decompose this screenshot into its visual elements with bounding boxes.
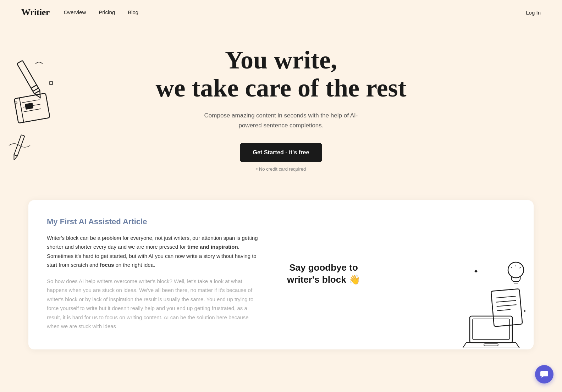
login-button[interactable]: Log In <box>526 10 541 16</box>
svg-line-19 <box>519 267 521 268</box>
article-para2: So how does AI help writers overcome wri… <box>47 277 260 331</box>
navbar: Writier Overview Pricing Blog Log In <box>0 0 562 25</box>
svg-point-12 <box>15 102 17 104</box>
nav-link-pricing[interactable]: Pricing <box>99 9 115 15</box>
svg-rect-9 <box>25 103 33 110</box>
svg-line-8 <box>24 109 41 112</box>
svg-rect-0 <box>17 60 39 91</box>
no-credit-card-label: • No credit card required <box>256 166 306 172</box>
content-section: My First AI Assisted Article Writer's bl… <box>0 200 562 371</box>
hero-title: You write, we take care of the rest <box>155 46 406 102</box>
nav-link-blog[interactable]: Blog <box>128 9 138 15</box>
svg-line-6 <box>22 100 39 103</box>
article-content: My First AI Assisted Article Writer's bl… <box>47 217 260 331</box>
svg-line-22 <box>496 300 516 302</box>
get-started-button[interactable]: Get Started - it's free <box>240 143 322 162</box>
svg-rect-25 <box>470 316 512 343</box>
sidebar-callout: Say goodbye to writer's block 👋 <box>274 217 373 331</box>
svg-line-5 <box>20 98 24 122</box>
article-para1: Writer's block can be a problem for ever… <box>47 233 260 270</box>
svg-rect-27 <box>484 344 498 346</box>
svg-rect-26 <box>473 319 509 339</box>
nav-item-overview[interactable]: Overview <box>64 9 86 16</box>
brand-logo[interactable]: Writier <box>21 7 50 18</box>
svg-rect-1 <box>31 85 40 94</box>
svg-point-14 <box>508 262 524 278</box>
nav-links: Overview Pricing Blog <box>64 9 138 16</box>
svg-line-23 <box>497 305 517 307</box>
svg-rect-30 <box>540 371 548 376</box>
svg-marker-11 <box>12 155 17 160</box>
content-card: My First AI Assisted Article Writer's bl… <box>28 200 534 349</box>
strikethrough-text: problem <box>102 235 121 241</box>
svg-line-21 <box>496 296 516 298</box>
bold-text-2: focus <box>100 262 114 268</box>
hero-section: You write, we take care of the rest Comp… <box>0 25 562 200</box>
article-title: My First AI Assisted Article <box>47 217 260 226</box>
nav-item-pricing[interactable]: Pricing <box>99 9 115 16</box>
callout-text: Say goodbye to writer's block 👋 <box>274 262 373 286</box>
deco-left-illustration <box>7 53 64 161</box>
svg-text:✦: ✦ <box>523 309 527 314</box>
svg-rect-20 <box>491 289 522 327</box>
svg-line-7 <box>23 104 40 107</box>
deco-right-illustration: ✦ ✦ <box>463 256 534 349</box>
svg-marker-2 <box>34 90 43 99</box>
nav-item-blog[interactable]: Blog <box>128 9 138 16</box>
svg-rect-4 <box>14 93 50 123</box>
svg-line-3 <box>31 85 37 88</box>
svg-line-18 <box>511 267 512 268</box>
nav-link-overview[interactable]: Overview <box>64 9 86 15</box>
svg-text:✦: ✦ <box>473 268 479 275</box>
chat-icon <box>540 371 549 378</box>
svg-rect-13 <box>50 82 53 84</box>
svg-rect-10 <box>14 135 24 156</box>
hero-subtitle: Compose amazing content in seconds with … <box>203 111 359 130</box>
chat-button[interactable] <box>535 365 553 383</box>
bold-text-1: time and inspiration <box>187 244 238 250</box>
article-body: Writer's block can be a problem for ever… <box>47 233 260 331</box>
svg-line-24 <box>497 309 511 310</box>
